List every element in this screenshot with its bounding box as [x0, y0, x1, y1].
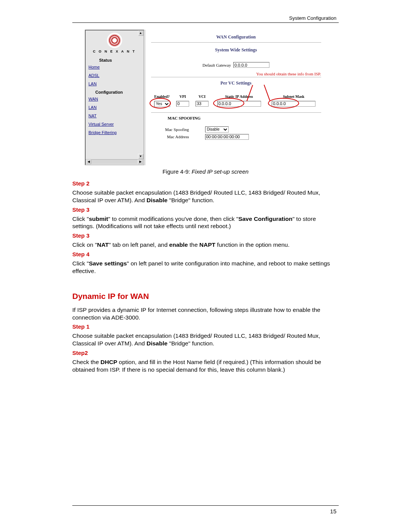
scroll-up-icon[interactable]: ▲	[138, 30, 143, 36]
mac-spoofing-heading: MAC SPOOFING	[168, 116, 321, 120]
per-vc-heading: Per VC Settings	[151, 80, 321, 86]
step-heading: Step 1	[72, 323, 339, 330]
scroll-right-icon[interactable]: ▶	[138, 160, 143, 164]
paragraph: If ISP provides a dynamic IP for Interne…	[72, 306, 339, 321]
section-divider	[151, 77, 321, 77]
step-heading: Step2	[72, 350, 339, 356]
screenshot-main: WAN Configuration System Wide Settings D…	[146, 30, 327, 165]
wan-config-title: WAN Configuration	[151, 34, 321, 40]
paragraph: Click "Save settings" on left panel to w…	[72, 260, 339, 275]
isp-note: You should obtain these info from ISP.	[151, 72, 321, 76]
sidebar-link-wan[interactable]: WAN	[89, 97, 143, 101]
sidebar-link-home[interactable]: Home	[89, 65, 143, 69]
sidebar-link-lan2[interactable]: LAN	[89, 105, 143, 110]
paragraph: Choose suitable packet encapsulation (14…	[72, 332, 339, 347]
vci-input[interactable]	[196, 101, 209, 107]
vc-table: Enabled? VPI VCI Static IP Address Subne…	[151, 94, 321, 108]
mac-spoofing-select[interactable]: Disable	[205, 126, 229, 133]
config-screenshot: ▲ C O N E X A N T Status Home ADSL LAN C…	[85, 30, 327, 165]
paragraph: Check the DHCP option, and fill in the H…	[72, 358, 339, 374]
step-heading: Step 3	[72, 232, 339, 239]
header-divider	[72, 22, 339, 23]
scroll-left-icon[interactable]: ◀	[86, 160, 91, 164]
step-heading: Step 2	[72, 180, 339, 187]
screenshot-sidebar: ▲ C O N E X A N T Status Home ADSL LAN C…	[85, 30, 144, 165]
paragraph: Click "submit" to commit modifications y…	[72, 215, 339, 230]
default-gateway-input[interactable]	[233, 62, 269, 68]
sidebar-link-adsl[interactable]: ADSL	[89, 73, 143, 78]
mac-address-input[interactable]	[205, 134, 249, 140]
sidebar-link-virtual-server[interactable]: Virtual Server	[89, 122, 143, 126]
mac-spoofing-label: Mac Spoofing	[143, 127, 191, 132]
page-header: System Configuration	[72, 15, 339, 21]
th-vpi: VPI	[173, 94, 193, 99]
circle-annotation-icon	[150, 98, 171, 109]
default-gateway-label: Default Gateway	[202, 63, 233, 67]
step-heading: Step 4	[72, 251, 339, 257]
circle-annotation-icon	[213, 98, 244, 109]
sidebar-section-status: Status	[99, 58, 143, 62]
sidebar-section-config: Configuration	[96, 90, 143, 94]
page-number: 15	[72, 508, 339, 514]
mac-address-label: Mac Address	[143, 134, 191, 139]
horizontal-scrollbar[interactable]: ◀ ▶	[86, 159, 143, 165]
section-divider-2	[151, 112, 321, 113]
sidebar-link-bridge-filtering[interactable]: Bridge Filtering	[89, 130, 143, 135]
sidebar-link-lan[interactable]: LAN	[89, 81, 143, 86]
scroll-down-icon[interactable]: ▼	[138, 154, 143, 159]
system-wide-heading: System Wide Settings	[151, 47, 321, 53]
circle-annotation-icon	[268, 98, 299, 109]
step-heading: Step 3	[72, 206, 339, 213]
title-divider	[151, 42, 321, 43]
figure-caption: Figure 4-9: Fixed IP set-up screen	[72, 168, 339, 175]
conexant-logo-icon	[107, 33, 122, 48]
brand-label: C O N E X A N T	[86, 50, 143, 53]
sidebar-link-nat[interactable]: NAT	[89, 113, 143, 118]
footer-divider	[72, 505, 339, 506]
paragraph: Click on "NAT" tab on left panel, and en…	[72, 241, 339, 249]
paragraph: Choose suitable packet encapsulation (14…	[72, 189, 339, 204]
th-vci: VCI	[192, 94, 212, 99]
section-heading: Dynamic IP for WAN	[72, 292, 339, 301]
vpi-input[interactable]	[176, 101, 189, 107]
